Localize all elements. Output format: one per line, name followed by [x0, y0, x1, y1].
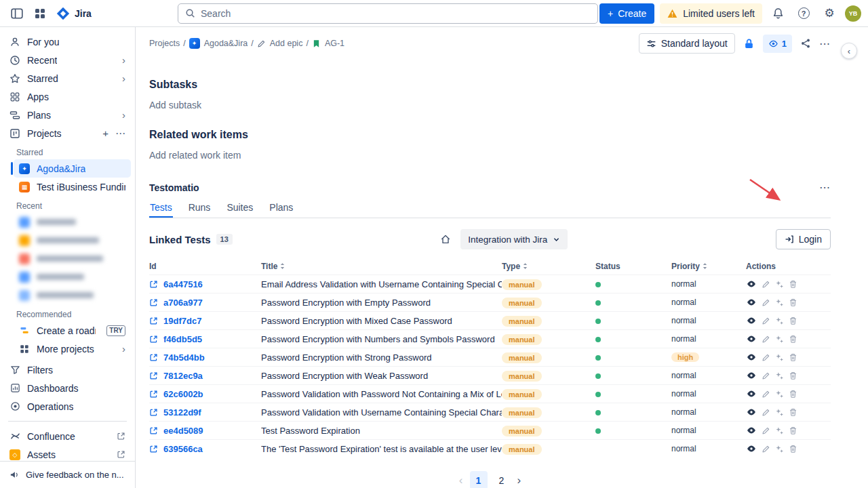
watchers-button[interactable]: 1 — [763, 35, 792, 53]
search-input[interactable] — [201, 8, 591, 19]
delete-test-button[interactable] — [789, 317, 797, 325]
recent-project-item[interactable] — [14, 268, 131, 286]
help-button[interactable]: ? — [793, 3, 814, 24]
edit-test-button[interactable] — [762, 280, 770, 289]
sidebar-item-operations[interactable]: Operations — [4, 397, 131, 415]
edit-test-button[interactable] — [762, 390, 770, 399]
edit-test-button[interactable] — [762, 335, 770, 344]
test-id-link[interactable]: 7812ec9a — [163, 371, 203, 381]
magic-wand-button[interactable] — [775, 426, 784, 435]
collapse-panel-button[interactable]: ‹ — [841, 43, 857, 59]
magic-wand-button[interactable] — [775, 280, 784, 289]
app-switcher-button[interactable] — [30, 3, 50, 24]
magic-wand-button[interactable] — [775, 335, 784, 344]
test-id-link[interactable]: a706a977 — [163, 298, 203, 308]
magic-wand-button[interactable] — [775, 353, 784, 362]
edit-test-button[interactable] — [762, 408, 770, 417]
tab-runs[interactable]: Runs — [188, 202, 212, 218]
user-avatar[interactable]: YB — [845, 5, 861, 22]
delete-test-button[interactable] — [789, 335, 797, 344]
view-test-button[interactable] — [746, 279, 757, 289]
column-header-priority[interactable]: Priority — [671, 262, 746, 271]
edit-test-button[interactable] — [762, 317, 770, 325]
delete-test-button[interactable] — [789, 353, 797, 362]
column-header-type[interactable]: Type — [502, 262, 595, 271]
delete-test-button[interactable] — [789, 371, 797, 380]
global-search[interactable] — [178, 3, 598, 24]
test-id-link[interactable]: 19df7dc7 — [163, 316, 201, 326]
integration-dropdown[interactable]: Integration with Jira — [460, 229, 568, 249]
sidebar-item-confluence[interactable]: Confluence — [4, 427, 131, 445]
view-test-button[interactable] — [746, 425, 757, 436]
recent-project-item[interactable] — [14, 286, 131, 304]
breadcrumb-issue[interactable]: AG-1 — [312, 39, 344, 48]
edit-test-button[interactable] — [762, 445, 770, 453]
pagination-next-button[interactable]: › — [517, 474, 521, 487]
view-test-button[interactable] — [746, 333, 757, 344]
edit-test-button[interactable] — [762, 353, 770, 362]
login-button[interactable]: Login — [776, 229, 831, 249]
view-test-button[interactable] — [746, 407, 757, 418]
test-id-link[interactable]: ee4d5089 — [163, 426, 203, 436]
limited-users-button[interactable]: Limited users left — [660, 3, 762, 24]
add-project-button[interactable]: + — [102, 127, 108, 140]
add-subtask-button[interactable]: Add subtask — [149, 100, 831, 110]
settings-button[interactable]: ⚙ — [819, 3, 840, 24]
feedback-button[interactable]: Give feedback on the n... — [0, 461, 135, 488]
breadcrumb-projects[interactable]: Projects — [149, 39, 180, 48]
tab-tests[interactable]: Tests — [149, 202, 173, 218]
testomatio-more-button[interactable]: ⋯ — [819, 181, 831, 194]
magic-wand-button[interactable] — [775, 298, 784, 307]
sidebar-item-create-roadmap[interactable]: Create a roadmap TRY — [14, 321, 131, 340]
magic-wand-button[interactable] — [775, 390, 784, 399]
test-id-link[interactable]: 639566ca — [163, 444, 203, 454]
view-test-button[interactable] — [746, 388, 757, 399]
sidebar-item-filters[interactable]: Filters — [4, 361, 131, 379]
sidebar-item-starred[interactable]: Starred › — [4, 69, 131, 87]
more-actions-button[interactable]: ⋯ — [819, 37, 831, 50]
test-id-link[interactable]: 62c6002b — [163, 389, 203, 399]
view-test-button[interactable] — [746, 297, 757, 308]
delete-test-button[interactable] — [789, 280, 797, 289]
magic-wand-button[interactable] — [775, 371, 784, 380]
breadcrumb-project[interactable]: ✦ Agoda&Jira — [189, 38, 248, 49]
test-id-link[interactable]: 53122d9f — [163, 407, 201, 418]
delete-test-button[interactable] — [789, 298, 797, 307]
jira-logo[interactable]: Jira — [53, 6, 94, 21]
pagination-page-2[interactable]: 2 — [493, 471, 511, 488]
layout-select-button[interactable]: Standard layout — [639, 33, 735, 54]
sidebar-item-plans[interactable]: Plans › — [4, 106, 131, 124]
edit-test-button[interactable] — [762, 426, 770, 435]
pagination-page-1[interactable]: 1 — [470, 471, 488, 488]
sidebar-toggle-button[interactable] — [7, 3, 27, 24]
view-test-button[interactable] — [746, 352, 757, 363]
project-item-agoda-jira[interactable]: ✦ Agoda&Jira — [14, 159, 131, 178]
create-button[interactable]: + Create — [599, 3, 654, 24]
delete-test-button[interactable] — [789, 408, 797, 417]
magic-wand-button[interactable] — [775, 317, 784, 325]
test-id-link[interactable]: f46db5d5 — [163, 334, 202, 344]
notifications-button[interactable] — [768, 3, 788, 24]
delete-test-button[interactable] — [789, 390, 797, 399]
sidebar-item-projects[interactable]: Projects + ⋯ — [4, 124, 131, 142]
view-test-button[interactable] — [746, 315, 757, 326]
edit-test-button[interactable] — [762, 371, 770, 380]
sidebar-item-more-projects[interactable]: More projects › — [14, 340, 131, 358]
edit-test-button[interactable] — [762, 298, 770, 307]
sidebar-item-assets[interactable]: ◇ Assets — [4, 445, 131, 461]
test-id-link[interactable]: 74b5d4bb — [163, 352, 205, 363]
pagination-prev-button[interactable]: ‹ — [459, 474, 463, 487]
sidebar-item-dashboards[interactable]: Dashboards — [4, 379, 131, 397]
column-header-title[interactable]: Title — [261, 262, 502, 271]
test-id-link[interactable]: 6a447516 — [163, 279, 203, 289]
lock-icon[interactable] — [743, 38, 755, 49]
view-test-button[interactable] — [746, 370, 757, 381]
view-test-button[interactable] — [746, 443, 757, 454]
home-icon[interactable] — [440, 234, 451, 245]
magic-wand-button[interactable] — [775, 408, 784, 417]
delete-test-button[interactable] — [789, 445, 797, 453]
recent-project-item[interactable] — [14, 231, 131, 249]
tab-suites[interactable]: Suites — [226, 202, 254, 218]
sidebar-item-recent[interactable]: Recent › — [4, 51, 131, 69]
recent-project-item[interactable] — [14, 249, 131, 268]
